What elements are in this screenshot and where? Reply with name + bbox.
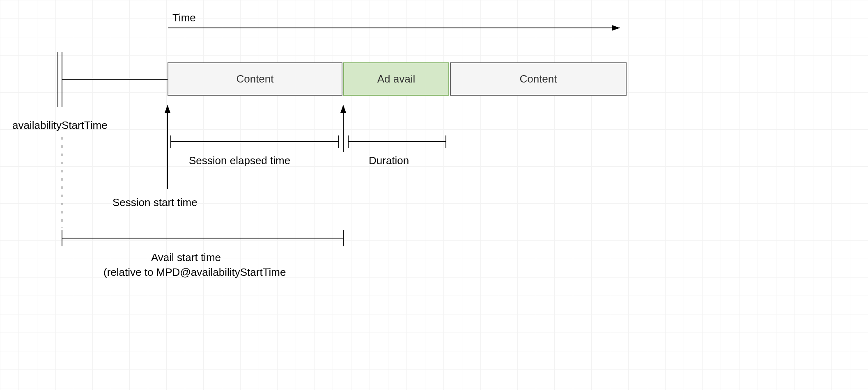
diagram-container: Time availabilityStartTime Session elaps…	[0, 0, 868, 390]
avail-start-time-label-line1: Avail start time	[151, 251, 221, 264]
session-start-time-label: Session start time	[113, 196, 197, 209]
ad-avail-block-label: Ad avail	[377, 73, 416, 85]
avail-start-time-label-line2: (relative to MPD@availabilityStartTime	[103, 266, 286, 279]
session-elapsed-time-label: Session elapsed time	[189, 154, 290, 167]
ad-avail-block: Ad avail	[343, 62, 449, 96]
duration-label: Duration	[369, 154, 409, 167]
content-block-2: Content	[450, 62, 627, 96]
content-block-1: Content	[168, 62, 342, 96]
svg-marker-1	[612, 25, 620, 31]
diagram-lines	[0, 0, 868, 390]
svg-marker-7	[165, 105, 170, 113]
time-axis-label: Time	[172, 11, 196, 24]
content-block-2-label: Content	[519, 73, 557, 85]
content-block-1-label: Content	[236, 73, 273, 85]
availability-start-time-label: availabilityStartTime	[12, 119, 108, 132]
svg-marker-9	[340, 105, 346, 113]
